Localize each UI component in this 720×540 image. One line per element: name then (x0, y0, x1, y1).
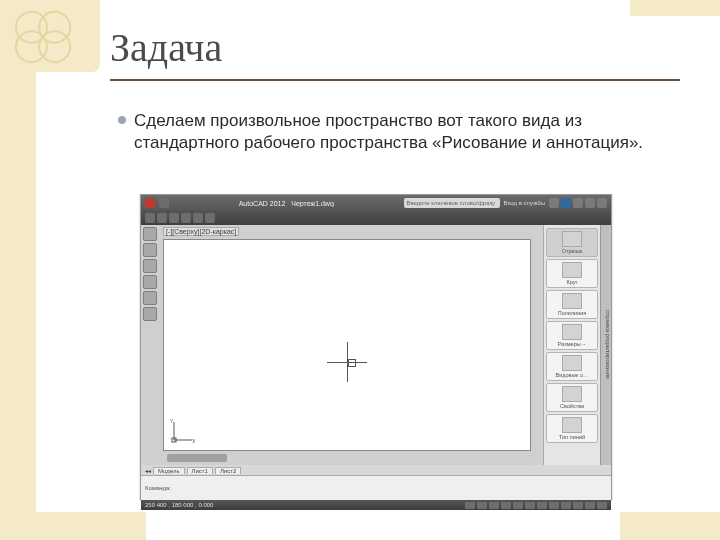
crosshair-cursor (327, 342, 367, 382)
drawing-area[interactable]: X Y (163, 239, 531, 451)
svg-point-2 (16, 31, 47, 62)
exchange-icon[interactable] (549, 198, 559, 208)
qat-redo[interactable] (193, 213, 203, 223)
window-title: AutoCAD 2012 Чертеж1.dwg (173, 200, 400, 207)
qat-plot[interactable] (205, 213, 215, 223)
slide-body: Сделаем произвольное пространство вот та… (118, 110, 660, 154)
status-toggle[interactable] (525, 502, 535, 509)
tab-sheet2[interactable]: Лист2 (215, 467, 241, 474)
bullet-marker (118, 116, 126, 124)
palette-item[interactable]: Размеры→ (546, 321, 598, 350)
svg-text:Y: Y (170, 418, 174, 424)
close-button[interactable] (597, 198, 607, 208)
palette-item[interactable]: Отрезок (546, 228, 598, 257)
bullet-text: Сделаем произвольное пространство вот та… (134, 110, 660, 154)
quick-access-toolbar (141, 211, 611, 225)
nav-wheel-icon[interactable] (143, 291, 157, 305)
nav-viewcube-icon[interactable] (143, 307, 157, 321)
command-prompt: Команда: (145, 485, 607, 491)
autocad-window: AutoCAD 2012 Чертеж1.dwg Введите ключево… (140, 194, 612, 500)
nav-home-icon[interactable] (143, 227, 157, 241)
quatrefoil-ornament (6, 6, 84, 68)
status-toggle[interactable] (537, 502, 547, 509)
tab-model[interactable]: Модель (153, 467, 185, 474)
tool-palettes: Отрезок Круг Полилиния Размеры→ Видовые … (543, 225, 600, 465)
v-scrollbar[interactable] (533, 225, 543, 465)
status-toggle[interactable] (561, 502, 571, 509)
status-toggle[interactable] (477, 502, 487, 509)
nav-orbit-icon[interactable] (143, 275, 157, 289)
nav-zoom-icon[interactable] (143, 259, 157, 273)
slide: Задача Сделаем произвольное пространство… (0, 0, 720, 540)
status-bar: 250 400 , 180 000 , 0.000 (141, 500, 611, 510)
svg-point-3 (39, 31, 70, 62)
help-icon[interactable] (561, 198, 571, 208)
ucs-icon: X Y (170, 418, 196, 444)
palette-item[interactable]: Полилиния (546, 290, 598, 319)
status-toggle[interactable] (513, 502, 523, 509)
qat-undo[interactable] (181, 213, 191, 223)
nav-toolbar (141, 225, 161, 465)
login-link[interactable]: Вход в службы (504, 200, 546, 206)
drawing-area-wrap: [-][Сверху][2D-каркас] X Y (161, 225, 533, 465)
qat-button[interactable] (159, 198, 169, 208)
status-toggle[interactable] (549, 502, 559, 509)
qat-new[interactable] (145, 213, 155, 223)
maximize-button[interactable] (585, 198, 595, 208)
tab-nav-prev[interactable]: ◂◂ (145, 467, 151, 474)
status-toggle[interactable] (573, 502, 583, 509)
palette-item[interactable]: Тип линий (546, 414, 598, 443)
status-toggle[interactable] (585, 502, 595, 509)
slide-title: Задача (110, 24, 680, 81)
decoration-top-right (630, 0, 720, 16)
search-placeholder: Введите ключевое слово/фразу (407, 200, 496, 206)
decoration-left (0, 52, 36, 540)
status-toggle[interactable] (501, 502, 511, 509)
nav-pan-icon[interactable] (143, 243, 157, 257)
decoration-bottom-left (36, 512, 146, 540)
palette-item[interactable]: Видовые о… (546, 352, 598, 381)
layout-tabs: ◂◂ Модель Лист1 Лист2 (141, 465, 611, 475)
h-scrollbar[interactable] (163, 453, 531, 463)
palette-strip[interactable]: справка редактирование (600, 225, 611, 465)
status-coordinates: 250 400 , 180 000 , 0.000 (145, 502, 213, 508)
search-input[interactable]: Введите ключевое слово/фразу (404, 198, 500, 208)
qat-save[interactable] (169, 213, 179, 223)
product-name: AutoCAD 2012 (239, 200, 286, 207)
titlebar: AutoCAD 2012 Чертеж1.dwg Введите ключево… (141, 195, 611, 211)
status-toggle[interactable] (465, 502, 475, 509)
app-menu-icon[interactable] (145, 198, 155, 208)
bullet-item: Сделаем произвольное пространство вот та… (118, 110, 660, 154)
svg-text:X: X (192, 438, 196, 444)
palette-item[interactable]: Круг (546, 259, 598, 288)
qat-open[interactable] (157, 213, 167, 223)
minimize-button[interactable] (573, 198, 583, 208)
decoration-bottom-right (620, 512, 720, 540)
document-name: Чертеж1.dwg (291, 200, 334, 207)
status-toggle[interactable] (489, 502, 499, 509)
command-line[interactable]: Команда: (141, 475, 611, 500)
tab-sheet1[interactable]: Лист1 (187, 467, 213, 474)
palette-item[interactable]: Свойства (546, 383, 598, 412)
status-toggle[interactable] (597, 502, 607, 509)
viewport-label[interactable]: [-][Сверху][2D-каркас] (163, 227, 239, 236)
